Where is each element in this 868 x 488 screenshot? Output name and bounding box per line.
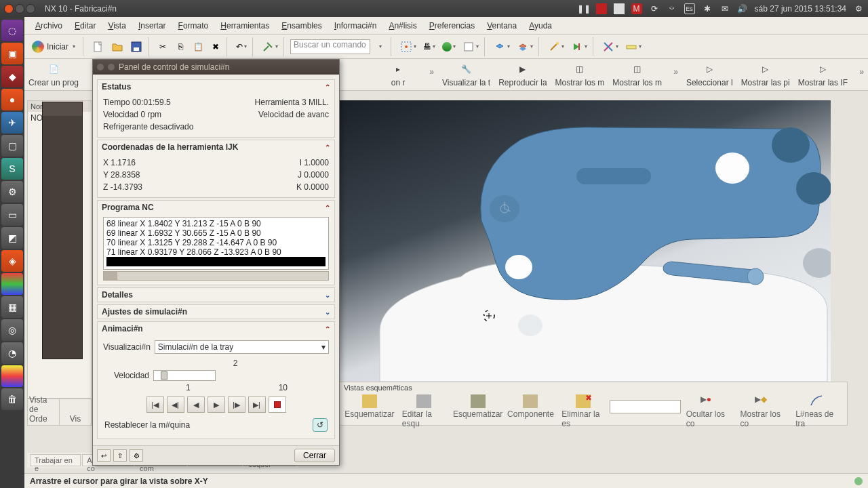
save-button[interactable] — [127, 37, 145, 56]
sb-componente[interactable]: Componente — [505, 393, 557, 430]
play-axis-button[interactable] — [568, 37, 590, 56]
coords-header[interactable]: Coordenadas de la herramienta IJK — [102, 142, 238, 152]
paste-button[interactable]: 📋 — [190, 37, 206, 56]
step-back-button[interactable]: ◀| — [167, 396, 184, 413]
app-icon[interactable]: ◆ — [1, 66, 23, 87]
telegram-icon[interactable]: ✈ — [1, 112, 23, 134]
overflow1[interactable]: » — [425, 59, 438, 90]
collapse-icon[interactable]: ⌃ — [325, 144, 330, 151]
overflow3[interactable]: » — [855, 59, 868, 90]
menu-ensambles[interactable]: Ensambles — [276, 19, 327, 33]
collapse-icon[interactable]: ⌃ — [325, 204, 330, 211]
dash-icon[interactable]: ◌ — [1, 20, 23, 41]
web-button[interactable] — [439, 37, 458, 56]
delete-button[interactable]: ✖ — [208, 37, 224, 56]
stop-button[interactable] — [269, 396, 286, 413]
iniciar-button[interactable]: Iniciar — [27, 37, 80, 56]
rg-mostrar-pi[interactable]: ▷Mostrar las pi — [737, 59, 794, 90]
tray-wifi-icon[interactable]: ⌔ — [667, 3, 677, 14]
rg-reproducir[interactable]: ▶Reproducir la — [494, 59, 551, 90]
tray-pause-icon[interactable]: ❚❚ — [578, 3, 589, 14]
open-file-button[interactable] — [108, 37, 126, 56]
menu-herramientas[interactable]: Herramientas — [215, 19, 275, 33]
volume-icon[interactable]: 🔊 — [737, 3, 748, 14]
calc-icon[interactable]: ▦ — [1, 296, 23, 318]
files-icon[interactable]: ▣ — [1, 43, 23, 64]
goto-start-button[interactable]: |◀ — [146, 396, 164, 413]
print-button[interactable]: 🖶 — [420, 37, 438, 56]
sb-eliminar[interactable]: ✖Eliminar la es — [556, 393, 610, 430]
rg-mostrar-if[interactable]: ▷Mostrar las IF — [794, 59, 852, 90]
sb-esq2[interactable]: Esquematizar — [451, 393, 505, 430]
menu-editar[interactable]: Editar — [69, 19, 101, 33]
menu-archivo[interactable]: Archivo — [30, 19, 68, 33]
clock-icon[interactable]: ◔ — [1, 342, 23, 364]
messages-icon[interactable]: ✉ — [719, 3, 730, 14]
rg-seleccionar[interactable]: ▷Seleccionar l — [682, 59, 737, 90]
tray-update-icon[interactable]: ⟳ — [649, 3, 660, 14]
collapse-icon[interactable]: ⌃ — [325, 83, 330, 91]
menu-ayuda[interactable]: Ayuda — [524, 19, 557, 33]
menu-analisis[interactable]: An#lisis — [383, 19, 422, 33]
close-panel-button[interactable]: Cerrar — [294, 449, 335, 462]
tray-record-icon[interactable] — [596, 3, 607, 14]
menu-insertar[interactable]: Insertar — [133, 19, 172, 33]
cut-button[interactable]: ✂ — [155, 37, 171, 56]
assembly-button[interactable] — [491, 37, 513, 56]
ruler-button[interactable] — [623, 37, 644, 56]
trash-icon[interactable]: 🗑 — [1, 388, 23, 410]
undo-button[interactable]: ↶ — [233, 37, 250, 56]
copy-button[interactable]: ⎘ — [172, 37, 189, 56]
maximize-window-icon[interactable] — [26, 4, 35, 14]
rainbow-icon[interactable] — [1, 365, 23, 387]
visualizacion-select[interactable]: Simulaci#n de la tray▾ — [155, 340, 329, 354]
command-search[interactable]: Buscar un comando — [290, 39, 370, 54]
step-forward-button[interactable]: |▶ — [228, 396, 245, 413]
rg-mostrar1[interactable]: ◫Mostrar los m — [551, 59, 609, 90]
layer-button[interactable] — [460, 37, 481, 56]
wand-button[interactable] — [545, 37, 567, 56]
goto-end-button[interactable]: ▶| — [248, 396, 266, 413]
footer-back-button[interactable]: ↩ — [97, 449, 111, 462]
section-ajustes[interactable]: Ajustes de simulaci#n⌄ — [97, 304, 335, 319]
terminal-icon[interactable]: ▢ — [1, 135, 23, 157]
rg-visualizar[interactable]: 🔧Visualizar la t — [438, 59, 494, 90]
gear-icon[interactable]: ⚙ — [853, 3, 864, 14]
rg-onr[interactable]: ▸on r — [374, 59, 422, 90]
sim-close-icon[interactable] — [97, 64, 104, 70]
menu-preferencias[interactable]: Preferencias — [424, 19, 480, 33]
footer-settings-button[interactable]: ⚙ — [130, 449, 143, 462]
settings-icon[interactable]: ⚙ — [1, 181, 23, 203]
tool-icon[interactable]: ◩ — [1, 227, 23, 249]
anim-header[interactable]: Animaci#n — [102, 324, 143, 333]
collapse-icon[interactable]: ⌃ — [325, 325, 330, 333]
rg-mostrar2[interactable]: ◫Mostrar los m — [608, 59, 666, 90]
menu-formato[interactable]: Formato — [173, 19, 214, 33]
section-detalles[interactable]: Detalles⌄ — [97, 287, 335, 302]
firefox-icon[interactable]: ● — [1, 89, 23, 110]
new-file-button[interactable] — [90, 37, 107, 56]
expand-icon[interactable]: ⌄ — [325, 308, 330, 316]
monitor-icon[interactable]: ▭ — [1, 204, 23, 226]
menu-vista[interactable]: Vista — [102, 19, 131, 33]
sb-esquematizar[interactable]: Esquematizar — [342, 393, 397, 430]
sb-editar[interactable]: Editar la esqu — [397, 393, 451, 430]
speed-slider[interactable] — [153, 370, 216, 381]
play-forward-button[interactable]: ▶ — [208, 396, 225, 413]
measure-button[interactable] — [599, 37, 621, 56]
tab-vista-orden[interactable]: Vista de Orde — [28, 399, 60, 425]
color-icon[interactable] — [1, 273, 23, 295]
select-scope-button[interactable] — [397, 37, 419, 56]
overflow2[interactable]: » — [669, 59, 682, 90]
tool-action-button[interactable] — [259, 37, 281, 56]
graphics-viewport[interactable] — [339, 100, 831, 382]
clock[interactable]: sáb 27 jun 2015 13:51:34 — [755, 4, 846, 14]
minimize-window-icon[interactable] — [15, 4, 24, 14]
skype-icon[interactable]: S — [1, 158, 23, 180]
reset-machine-button[interactable]: ↺ — [313, 418, 328, 432]
nc-scrollbar[interactable] — [103, 271, 329, 281]
tray-image-icon[interactable] — [614, 3, 625, 14]
expand-icon[interactable]: ⌄ — [325, 291, 330, 299]
nc-header[interactable]: Programa NC — [102, 203, 154, 212]
tab-vis[interactable]: Vis — [60, 399, 92, 425]
